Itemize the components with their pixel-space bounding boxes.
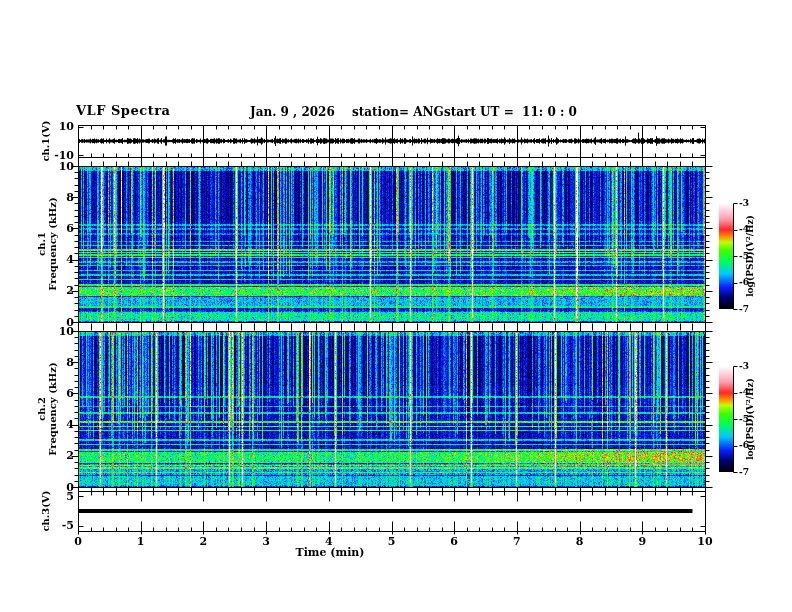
date-label: Jan. 9 , 2026 (250, 106, 335, 118)
ch1-frequency-axis-label-line2: Frequency (kHz) (47, 197, 58, 290)
ch1-frequency-axis-label-line1: ch.1 (36, 197, 47, 290)
frequency-tick-label: 6 (40, 223, 74, 234)
colorbar-tick-label: -6 (739, 278, 765, 287)
colorbar-tick-label: -4 (739, 388, 765, 397)
vlf-spectra-figure: VLF Spectra Jan. 9 , 2026 station= ANG s… (0, 0, 792, 612)
frequency-tick-label: 10 (40, 326, 74, 337)
frequency-tick-label: 8 (40, 192, 74, 203)
x-tick-label: 5 (380, 536, 404, 547)
ch3-voltage-tick-label: -5 (40, 520, 74, 531)
x-tick-label: 2 (191, 536, 215, 547)
frequency-tick-label: 2 (40, 285, 74, 296)
ch1-voltage-tick-label: 10 (40, 121, 74, 132)
colorbar-tick-label: -3 (739, 362, 765, 371)
ch2-frequency-axis-label-line1: ch.2 (36, 362, 47, 455)
colorbar-tick-label: -7 (739, 305, 765, 314)
x-tick-label: 7 (505, 536, 529, 547)
colorbar-tick-label: -4 (739, 225, 765, 234)
ch2-frequency-axis-label-line2: Frequency (kHz) (47, 362, 58, 455)
ch1-voltage-tick-label: -10 (40, 150, 74, 161)
start-ut-label: start UT = 11: 0 : 0 (444, 106, 577, 118)
ch1-frequency-axis-label: ch.1 Frequency (kHz) (36, 197, 58, 290)
x-tick-label: 0 (66, 536, 90, 547)
ch3-voltage-tick-label: 5 (40, 491, 74, 502)
frequency-tick-label: 2 (40, 450, 74, 461)
colorbar-tick-label: -5 (739, 415, 765, 424)
frequency-tick-label: 4 (40, 254, 74, 265)
frequency-tick-label: 10 (40, 161, 74, 172)
station-label: station= ANG (352, 106, 444, 118)
colorbar-tick-label: -5 (739, 252, 765, 261)
colorbar-tick-label: -7 (739, 468, 765, 477)
x-tick-label: 8 (568, 536, 592, 547)
axes-layer (0, 0, 792, 612)
x-tick-label: 1 (129, 536, 153, 547)
figure-title: VLF Spectra (76, 104, 170, 117)
frequency-tick-label: 6 (40, 388, 74, 399)
colorbar-tick-label: -6 (739, 441, 765, 450)
colorbar-tick-label: -3 (739, 199, 765, 208)
time-axis-label: Time (min) (260, 547, 400, 558)
x-tick-label: 6 (442, 536, 466, 547)
ch2-frequency-axis-label: ch.2 Frequency (kHz) (36, 362, 58, 455)
x-tick-label: 9 (630, 536, 654, 547)
x-tick-label: 4 (317, 536, 341, 547)
x-tick-label: 3 (254, 536, 278, 547)
x-tick-label: 10 (693, 536, 717, 547)
frequency-tick-label: 8 (40, 357, 74, 368)
frequency-tick-label: 4 (40, 419, 74, 430)
